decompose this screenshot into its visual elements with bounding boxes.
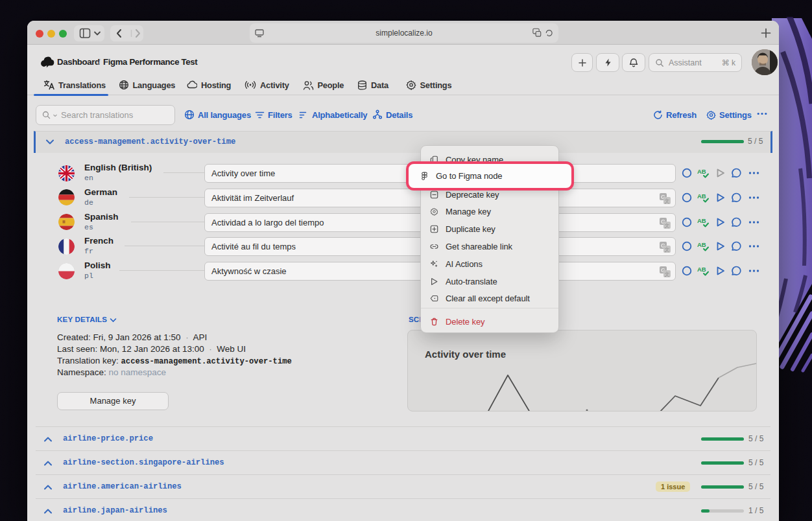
svg-text:AB: AB	[697, 266, 706, 273]
svg-text:AB: AB	[697, 168, 706, 175]
svg-text:文: 文	[665, 247, 670, 253]
svg-text:AB: AB	[697, 241, 706, 248]
svg-text:AB: AB	[697, 192, 706, 199]
svg-text:AB: AB	[697, 216, 706, 224]
svg-text:文: 文	[665, 222, 670, 228]
svg-text:文: 文	[665, 198, 670, 203]
svg-text:文: 文	[665, 272, 670, 277]
